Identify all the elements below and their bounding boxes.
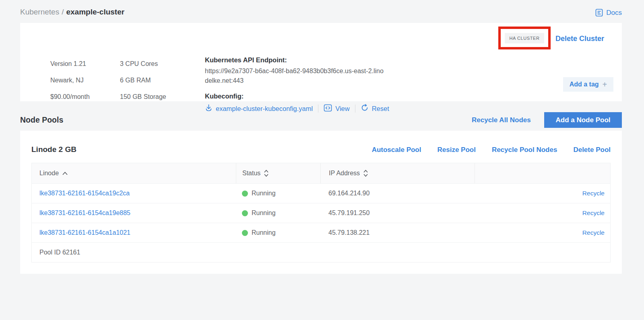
kubeconfig-block: Kubeconfig: example-cluster-kubeconfig.y… (205, 92, 389, 113)
reset-label: Reset (372, 105, 389, 113)
node-ip: 69.164.214.90 (328, 190, 369, 197)
delete-pool-button[interactable]: Delete Pool (573, 146, 611, 154)
node-table: Linode Status (31, 163, 611, 263)
cluster-specs-column-2: 3 CPU Cores 6 GB RAM 150 GB Storage (120, 55, 166, 105)
kubernetes-cluster-detail-page: Kubernetes/example-cluster Docs Version … (0, 0, 644, 320)
kubeconfig-download-link[interactable]: example-cluster-kubeconfig.yaml (205, 104, 313, 113)
sort-ascending-icon (62, 171, 68, 175)
kubeconfig-filename: example-cluster-kubeconfig.yaml (216, 105, 313, 113)
pool-id-row: Pool ID 62161 (32, 242, 610, 262)
kubeconfig-label: Kubeconfig: (205, 92, 389, 100)
api-endpoint-label: Kubernetes API Endpoint: (205, 56, 390, 64)
pool-name: Linode 2 GB (31, 145, 76, 154)
divider (355, 105, 355, 113)
ha-cluster-badge: HA CLUSTER (505, 33, 544, 43)
add-tag-label: Add a tag (570, 81, 599, 88)
reset-icon (361, 104, 369, 113)
docs-link[interactable]: Docs (595, 8, 622, 17)
node-status: Running (252, 209, 276, 217)
ip-column-label: IP Address (329, 170, 360, 177)
resize-pool-button[interactable]: Resize Pool (437, 146, 475, 154)
status-running-dot (242, 210, 248, 216)
node-table-header: Linode Status (32, 163, 610, 183)
cluster-storage: 150 GB Storage (120, 88, 166, 105)
node-row: lke38731-62161-6154ca19c2ca Running 69.1… (32, 183, 610, 203)
divider (318, 105, 318, 113)
linode-column-label: Linode (39, 170, 59, 177)
node-row: lke38731-62161-6154ca19e885 Running 45.7… (32, 203, 610, 223)
node-pools-title: Node Pools (20, 115, 63, 125)
node-link[interactable]: lke38731-62161-6154ca19e885 (39, 209, 130, 217)
status-running-dot (242, 191, 248, 197)
code-view-icon (324, 104, 332, 113)
cluster-specs-column-1: Version 1.21 Newark, NJ $90.00/month (50, 55, 90, 105)
status-column-label: Status (242, 170, 260, 177)
sort-both-icon (264, 169, 269, 177)
delete-cluster-button[interactable]: Delete Cluster (555, 35, 604, 43)
breadcrumb-separator: / (62, 8, 64, 16)
view-label: View (335, 105, 349, 113)
recycle-node-button[interactable]: Recycle (582, 209, 605, 217)
breadcrumb-kubernetes-link[interactable]: Kubernetes (20, 8, 59, 16)
node-link[interactable]: lke38731-62161-6154ca19c2ca (39, 190, 130, 197)
breadcrumb: Kubernetes/example-cluster (20, 8, 124, 16)
node-status: Running (252, 190, 276, 197)
breadcrumb-cluster-name: example-cluster (66, 8, 124, 16)
node-link[interactable]: lke38731-62161-6154ca1a1021 (39, 229, 130, 236)
node-row: lke38731-62161-6154ca1a1021 Running 45.7… (32, 223, 610, 242)
add-node-pool-button[interactable]: Add a Node Pool (544, 112, 622, 128)
ha-cluster-annotation-box: HA CLUSTER (498, 27, 551, 49)
docs-icon (595, 8, 603, 17)
recycle-node-button[interactable]: Recycle (582, 190, 605, 197)
recycle-all-nodes-button[interactable]: Recycle All Nodes (472, 116, 531, 124)
cluster-cpu: 3 CPU Cores (120, 55, 166, 72)
cluster-price: $90.00/month (50, 88, 90, 105)
api-endpoint-url: https://9e2a7307-b6ac-408f-ba62-9483b0b3… (205, 66, 386, 86)
kubeconfig-reset-link[interactable]: Reset (361, 104, 389, 113)
autoscale-pool-button[interactable]: Autoscale Pool (372, 146, 421, 154)
node-ip: 45.79.138.221 (328, 229, 369, 236)
sort-by-status[interactable]: Status (242, 169, 269, 177)
status-running-dot (242, 230, 248, 236)
pool-id-label: Pool ID 62161 (32, 249, 80, 256)
pool-actions: Autoscale Pool Resize Pool Recycle Pool … (372, 146, 611, 154)
node-status: Running (252, 229, 276, 236)
sort-by-ip[interactable]: IP Address (329, 169, 368, 177)
download-icon (205, 104, 213, 113)
cluster-version: Version 1.21 (50, 55, 90, 72)
sort-both-icon (363, 169, 368, 177)
docs-label: Docs (606, 9, 622, 17)
recycle-pool-nodes-button[interactable]: Recycle Pool Nodes (492, 146, 557, 154)
plus-icon: + (603, 80, 607, 88)
kubeconfig-view-link[interactable]: View (324, 104, 349, 113)
sort-by-linode[interactable]: Linode (39, 170, 68, 177)
cluster-region: Newark, NJ (50, 72, 90, 88)
node-pool-card: Linode 2 GB Autoscale Pool Resize Pool R… (20, 131, 622, 274)
add-tag-button[interactable]: Add a tag + (563, 77, 613, 92)
api-endpoint-block: Kubernetes API Endpoint: https://9e2a730… (205, 56, 390, 86)
recycle-node-button[interactable]: Recycle (582, 229, 605, 236)
cluster-ram: 6 GB RAM (120, 72, 166, 88)
node-ip: 45.79.191.250 (328, 209, 369, 217)
